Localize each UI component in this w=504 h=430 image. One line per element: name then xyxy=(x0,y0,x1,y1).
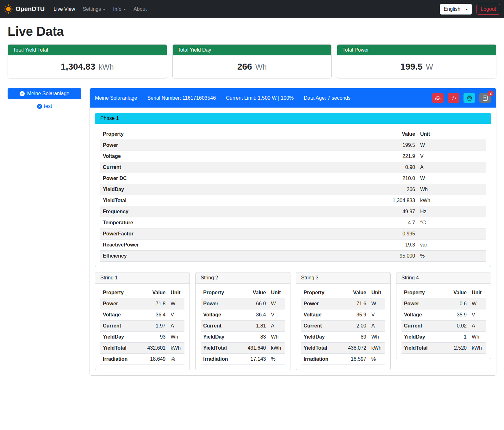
summary-card-body: 1,304.83 kWh xyxy=(8,55,167,78)
value-cell: 1.81 xyxy=(243,321,269,332)
property-cell: YieldDay xyxy=(100,184,364,195)
unit-cell: V xyxy=(369,309,385,321)
column-header-property: Property xyxy=(301,287,344,298)
nav-settings[interactable]: Settings xyxy=(79,4,109,15)
property-cell: Voltage xyxy=(301,309,344,321)
column-header-unit: Unit xyxy=(269,287,285,298)
property-cell: Voltage xyxy=(100,151,364,162)
unit-cell: V xyxy=(469,309,486,321)
summary-row: Total Yield Total 1,304.83 kWh Total Yie… xyxy=(8,44,496,78)
unit-cell: % xyxy=(369,354,385,365)
value-cell: 89 xyxy=(344,332,369,343)
property-cell: Irradiation xyxy=(201,354,243,365)
language-select[interactable]: English xyxy=(440,4,472,15)
brand[interactable]: OpenDTU xyxy=(4,4,45,14)
column-header-property: Property xyxy=(401,287,444,298)
chevron-down-icon xyxy=(123,9,126,10)
string-table: Property Value Unit Power71.6WVoltage35.… xyxy=(301,287,385,365)
sun-logo-icon xyxy=(4,4,13,14)
inverter-name: Meine Solaranlage xyxy=(95,95,137,101)
nav-live-view-label: Live View xyxy=(53,6,75,12)
table-row: Power199.5W xyxy=(100,140,486,151)
property-cell: YieldDay xyxy=(301,332,344,343)
value-cell: 83 xyxy=(243,332,269,343)
string-table: Property Value Unit Power66.0WVoltage36.… xyxy=(201,287,285,365)
table-row: Irradiation18.649% xyxy=(100,354,184,365)
column-header-value: Value xyxy=(344,287,369,298)
logout-button[interactable]: Logout xyxy=(476,4,500,15)
value-cell: 71.6 xyxy=(344,298,369,309)
table-row: ReactivePower19.3var xyxy=(100,240,486,251)
nav-info[interactable]: Info xyxy=(109,4,130,15)
summary-card-value: 1,304.83 xyxy=(61,62,95,72)
column-header-unit: Unit xyxy=(418,129,486,140)
unit-cell: A xyxy=(469,321,486,332)
value-cell: 221.9 xyxy=(364,151,418,162)
unit-cell: kWh xyxy=(469,343,486,354)
value-cell: 0.02 xyxy=(444,321,469,332)
table-row: Current1.81A xyxy=(201,321,285,332)
value-cell: 71.8 xyxy=(143,298,168,309)
string-title: String 1 xyxy=(95,272,190,284)
event-log-button[interactable]: 2 xyxy=(479,93,491,103)
table-row: Power0.6W xyxy=(401,298,486,309)
value-cell: 1 xyxy=(444,332,469,343)
nav-settings-label: Settings xyxy=(83,6,101,12)
summary-card-total-yield-total: Total Yield Total 1,304.83 kWh xyxy=(8,44,167,78)
value-cell: 431.640 xyxy=(243,343,269,354)
table-row: Current0.02A xyxy=(401,321,486,332)
navbar-right: English Logout xyxy=(440,4,500,15)
table-row: Power71.6W xyxy=(301,298,385,309)
sidebar-item-test-label: test xyxy=(44,103,52,109)
table-row: Current1.97A xyxy=(100,321,184,332)
unit-cell: W xyxy=(369,298,385,309)
string-title: String 3 xyxy=(296,272,390,284)
sidebar-item-test[interactable]: test xyxy=(8,103,81,109)
property-cell: Power xyxy=(100,298,143,309)
value-cell: 36.4 xyxy=(243,309,269,321)
table-row: Voltage221.9V xyxy=(100,151,486,162)
table-row: YieldDay89Wh xyxy=(301,332,385,343)
summary-card-body: 266 Wh xyxy=(173,55,332,78)
unit-cell: kWh xyxy=(418,195,486,206)
table-row: Temperature4.7°C xyxy=(100,217,486,228)
nav-about-label: About xyxy=(134,6,147,12)
unit-cell: W xyxy=(168,298,184,309)
unit-cell: kWh xyxy=(168,343,184,354)
table-row: PowerFactor0.995 xyxy=(100,228,486,240)
property-cell: YieldTotal xyxy=(100,195,364,206)
nav-about[interactable]: About xyxy=(130,4,151,15)
column-header-value: Value xyxy=(444,287,469,298)
language-select-value: English xyxy=(444,6,460,12)
table-row: Current0.90A xyxy=(100,162,486,173)
device-info-button[interactable] xyxy=(464,93,475,103)
unit-cell: Hz xyxy=(418,206,486,217)
table-row: YieldTotal431.640kWh xyxy=(201,343,285,354)
value-cell: 0.995 xyxy=(364,228,418,240)
table-header-row: Property Value Unit xyxy=(301,287,385,298)
summary-card-unit: W xyxy=(426,63,433,71)
value-cell: 17.143 xyxy=(243,354,269,365)
table-row: Irradiation17.143% xyxy=(201,354,285,365)
summary-card-title: Total Yield Total xyxy=(8,45,167,55)
property-cell: Current xyxy=(100,321,143,332)
nav-links: Live View Settings Info About xyxy=(50,4,151,15)
property-cell: Voltage xyxy=(401,309,444,321)
value-cell: 93 xyxy=(143,332,168,343)
unit-cell: V xyxy=(168,309,184,321)
value-cell: 1.97 xyxy=(143,321,168,332)
unit-cell: kWh xyxy=(369,343,385,354)
check-circle-icon xyxy=(20,91,25,96)
page-container: Live Data Total Yield Total 1,304.83 kWh… xyxy=(0,24,504,384)
value-cell: 210.0 xyxy=(364,173,418,184)
power-button[interactable] xyxy=(448,93,459,103)
string-title: String 2 xyxy=(196,272,290,284)
nav-live-view[interactable]: Live View xyxy=(50,4,79,15)
limit-settings-button[interactable] xyxy=(432,93,444,103)
inverter-select-button[interactable]: Meine Solaranlage xyxy=(8,88,81,99)
property-cell: PowerFactor xyxy=(100,228,364,240)
inverter-select-label: Meine Solaranlage xyxy=(27,91,69,97)
chevron-down-icon xyxy=(103,9,105,10)
string-table: Property Value Unit Power71.8WVoltage36.… xyxy=(100,287,184,365)
x-circle-icon xyxy=(37,104,42,109)
